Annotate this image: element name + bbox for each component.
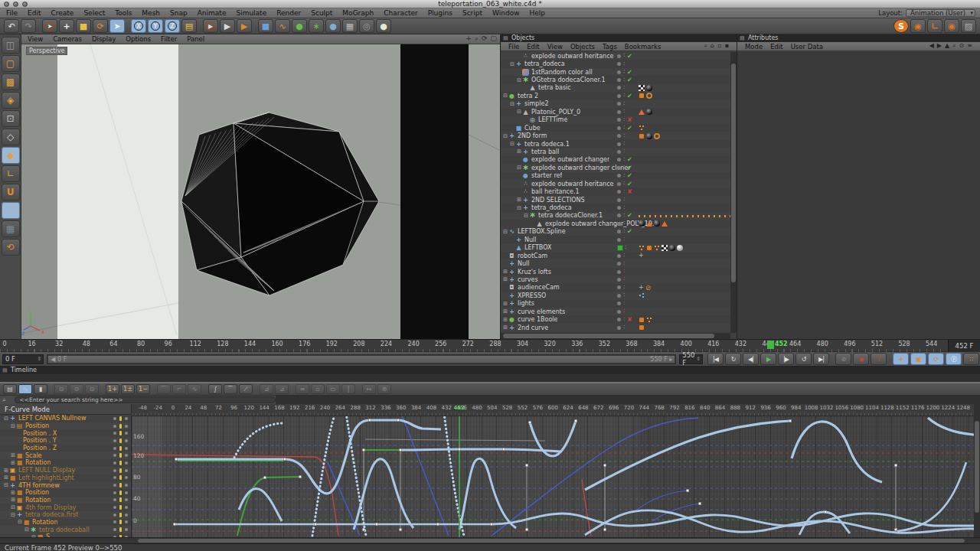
fcurve-track-row[interactable]: ⊟+4TH formnew [0,481,131,489]
enabled-check-icon[interactable]: ✔ [627,156,632,163]
timeline-tool-button[interactable]: ⟋ [239,384,253,394]
timeline-tool-button[interactable]: ▮ [34,384,47,394]
visibility-dot-icon[interactable] [617,70,621,74]
expand-icon[interactable]: ⊞ [502,269,508,275]
object-row[interactable]: ⊟●tetra 2∶✔ [501,92,730,99]
attributes-panel-icon[interactable]: ⊙ [959,42,965,49]
expand-icon[interactable]: ⊞ [3,468,9,474]
record-rotation-toggle[interactable]: ⟳ [928,353,944,365]
tag-tri-icon[interactable] [639,109,645,115]
object-row[interactable]: ●explode outward changer∶✔ [501,156,730,164]
snap-magnet-icon[interactable]: U [2,184,20,201]
expand-icon[interactable]: ⊞ [516,197,522,203]
track-toggle-icons[interactable] [110,497,128,502]
object-row[interactable]: ⊟∿LEFTBOX.Spline∶✔ [501,228,730,236]
toolbar-button[interactable]: ⟳ [93,19,108,33]
record-objects-button[interactable]: ⊘ [835,353,851,365]
visibility-dot-icon[interactable] [617,238,621,242]
fcurve-track-row[interactable]: ⊞▣LEFT NULL Display [0,467,131,474]
visibility-dot-icon[interactable] [617,110,621,114]
tag-phong-icon[interactable] [639,220,645,227]
tag-checker-icon[interactable] [639,85,645,91]
record-parameter-toggle[interactable]: Ⓟ [946,353,962,365]
object-row[interactable]: +XPRESSO∶ [501,292,730,299]
visibility-dot-icon[interactable] [617,126,621,130]
timeline-tool-button[interactable]: ⊙ [54,384,68,394]
visibility-dot-icon[interactable] [617,318,621,321]
objects-menu-edit[interactable]: Edit [527,43,539,51]
expand-icon[interactable]: ⊞ [502,301,508,307]
objects-panel-icon[interactable]: ⌂ [710,42,714,49]
objects-menu-objects[interactable]: Objects [570,43,595,51]
timeline-tool-button[interactable]: ↔ [362,384,376,394]
visibility-dot-icon[interactable] [617,158,621,161]
tag-odots-icon[interactable] [646,317,652,323]
fcurve-track-row[interactable]: Position . X [0,429,131,437]
viewport-panel[interactable]: YXZ Perspective ViewCamerasDisplayOption… [21,34,500,339]
goto-start-button[interactable]: |◀ [707,353,724,365]
menu-snap[interactable]: Snap [170,9,188,17]
viewport-camera-label[interactable]: Perspective [26,47,67,55]
menu-select[interactable]: Select [83,9,105,17]
expand-icon[interactable]: ⊟ [516,165,522,171]
expand-icon[interactable]: ⊟ [3,416,9,422]
visibility-toggles-icon[interactable]: ∶ [623,309,625,314]
expand-icon[interactable]: ⊞ [10,460,16,466]
fcurve-track-row[interactable]: ⊞■Rotation [0,497,131,504]
fcurve-track-row[interactable]: ⊞■Rotation [0,459,131,467]
visibility-toggles-icon[interactable]: ∶ [623,158,625,162]
object-row[interactable]: ∴explode outward heritance∶✔ [501,52,730,60]
visibility-dot-icon[interactable] [617,326,621,330]
fcurve-track-row[interactable]: Position . Z [0,445,131,452]
toolbar-button[interactable]: ↶ [4,19,19,33]
track-toggle-icons[interactable] [110,416,128,421]
expand-icon[interactable]: ⊟ [24,527,30,533]
expand-icon[interactable]: ⊟ [516,109,522,115]
enabled-check-icon[interactable]: ✔ [627,53,632,60]
timeline-tool-button[interactable]: ∿ [18,384,32,394]
toolbar-button[interactable]: ▶ [237,19,252,33]
visibility-dot-icon[interactable] [617,150,621,154]
object-row[interactable]: ⊟+2ND form∶ [501,132,730,139]
tag-obox-icon[interactable] [639,133,645,139]
tag-cross-icon[interactable]: + [639,253,644,259]
attributes-menu-mode[interactable]: Mode [745,43,763,51]
expand-icon[interactable]: ⊟ [516,205,522,211]
make-editable-icon[interactable]: ◫ [2,37,20,54]
toolbar-button[interactable]: ◎ [359,19,374,33]
visibility-toggles-icon[interactable]: ∶ [623,181,625,186]
expand-icon[interactable]: ⊟ [17,519,23,525]
enabled-check-icon[interactable]: ✔ [627,69,632,76]
object-row[interactable]: 1stRandom color all∶✔ [501,68,730,76]
fcurve-track-row[interactable]: ⊞■Scale [0,452,131,459]
enabled-check-icon[interactable]: ✔ [627,228,632,235]
object-row[interactable]: ⊞+2ND SELECTIONS∶ [501,196,730,204]
timeline-tool-button[interactable]: ⊿ [260,384,273,394]
track-toggle-icons[interactable] [110,520,128,524]
loop-button[interactable]: ↺ [795,353,812,365]
track-toggle-icons[interactable] [110,527,128,532]
goto-end-button[interactable]: ▶| [813,353,829,365]
enabled-check-icon[interactable]: ✔ [627,172,632,179]
tag-odots-icon[interactable] [639,125,645,131]
track-toggle-icons[interactable] [110,491,128,495]
fcurve-frame-ruler[interactable]: -72-48-240244872961201441681922162402642… [132,404,974,416]
object-row[interactable]: ∴explode outward heritance∶✔ [501,180,730,187]
visibility-toggles-icon[interactable]: ∶ [623,190,625,194]
track-toggle-icons[interactable] [110,453,128,458]
object-row[interactable]: ◘robotCam∶+ [501,252,730,259]
toolbar-right-button[interactable]: ▨ [961,19,976,33]
menu-window[interactable]: Window [492,9,520,17]
objects-menu-file[interactable]: File [508,43,519,51]
expand-icon[interactable]: ⊟ [523,213,529,219]
visibility-dot-icon[interactable] [617,190,621,194]
timeline-tool-button[interactable]: ⌒ [224,384,237,394]
visibility-toggles-icon[interactable]: ∶ [623,221,625,226]
expand-icon[interactable]: ⊞ [10,497,16,503]
enabled-check-icon[interactable]: ✔ [627,212,632,219]
object-row[interactable]: ⊞+Kruz's lofts∶ [501,268,730,276]
tag-phongW-icon[interactable] [677,245,683,251]
fcurve-track-row[interactable]: ⊟+tetra dodeca.first [0,511,131,519]
timeline-tool-button[interactable]: 1± [121,384,135,394]
points-mode-icon[interactable]: ⊡ [2,110,20,127]
